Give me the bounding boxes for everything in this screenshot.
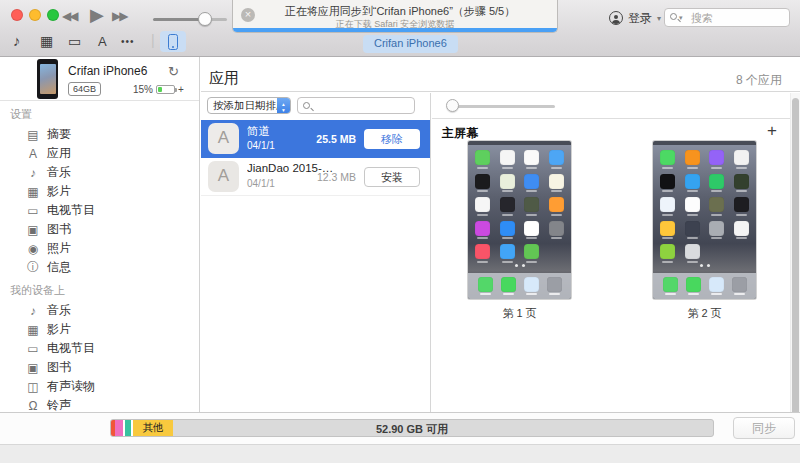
sidebar-item-label: 影片 <box>47 321 71 338</box>
device-capacity-badge: 64GB <box>68 82 101 96</box>
battery-icon <box>156 85 175 94</box>
sidebar-item-summary[interactable]: ▤摘要 <box>0 125 199 144</box>
sidebar-item-audiobooks[interactable]: ◫有声读物 <box>0 377 199 396</box>
app-action-button[interactable]: 安装 <box>364 167 420 187</box>
search-input[interactable] <box>691 10 786 25</box>
home-app-icon <box>549 150 564 165</box>
homescreen-preview[interactable] <box>653 141 756 299</box>
minimize-window-button[interactable] <box>29 9 41 21</box>
home-app-icon <box>524 174 539 189</box>
dock <box>653 273 756 299</box>
dock-app-icon <box>524 277 539 292</box>
app-date: 04/1/1 <box>247 140 275 151</box>
divider <box>432 118 790 119</box>
info-icon: ⓘ <box>26 259 40 276</box>
sort-dropdown[interactable]: 按添加日期排序 ▴▾ <box>207 97 291 114</box>
page-label: 第 2 页 <box>653 306 756 321</box>
books-icon: ▣ <box>26 361 40 375</box>
app-row[interactable]: AJianDao 2015-…04/1/112.3 MB安装 <box>201 158 430 196</box>
battery-fill <box>158 87 162 92</box>
sidebar-item-tv-shows[interactable]: ▭电视节目 <box>0 201 199 220</box>
page-title: 应用 <box>209 69 239 88</box>
app-list: A简道04/1/125.5 MB移除AJianDao 2015-…04/1/11… <box>201 120 430 196</box>
sidebar-item-tv-shows[interactable]: ▭电视节目 <box>0 339 199 358</box>
app-name: 简道 <box>247 124 270 139</box>
sidebar-item-label: 图书 <box>47 221 71 238</box>
play-button[interactable]: ▶ <box>90 4 104 26</box>
app-search-field[interactable] <box>297 97 415 114</box>
apps-library-icon[interactable]: A <box>98 34 107 49</box>
account-icon <box>609 11 623 25</box>
books-icon: ▣ <box>26 223 40 237</box>
sidebar-item-label: 图书 <box>47 359 71 376</box>
zoom-slider-track[interactable] <box>451 105 555 108</box>
dock-app-icon <box>686 277 701 292</box>
search-icon <box>670 13 677 20</box>
device-tab[interactable]: Crifan iPhone6 <box>363 35 458 53</box>
volume-slider-knob[interactable] <box>198 12 212 26</box>
volume-slider-track[interactable] <box>153 18 227 21</box>
home-app-icon <box>500 174 515 189</box>
sidebar-item-photos[interactable]: ◉照片 <box>0 239 199 258</box>
sidebar-item-movies[interactable]: ▦影片 <box>0 182 199 201</box>
close-window-button[interactable] <box>11 9 23 21</box>
login-label: 登录 <box>628 10 652 27</box>
tv-library-icon[interactable]: ▭ <box>68 33 81 49</box>
scrollbar-thumb[interactable] <box>792 98 799 428</box>
add-page-button[interactable]: + <box>767 121 777 141</box>
dock-app-icon <box>547 277 562 292</box>
sync-refresh-icon[interactable]: ↻ <box>168 64 179 79</box>
sidebar-item-label: 音乐 <box>47 164 71 181</box>
device-name: Crifan iPhone6 <box>68 64 147 78</box>
capacity-bar: 其他 52.90 GB 可用 <box>110 419 714 437</box>
summary-icon: ▤ <box>26 128 40 142</box>
sidebar-item-books[interactable]: ▣图书 <box>0 358 199 377</box>
sidebar-section-label: 我的设备上 <box>0 277 199 301</box>
app-search-input[interactable] <box>315 98 407 113</box>
iphone-icon <box>168 34 178 50</box>
home-screen-section-title: 主屏幕 <box>442 125 478 142</box>
iphone-device-button[interactable] <box>160 31 186 52</box>
app-action-button[interactable]: 移除 <box>364 129 420 149</box>
sidebar-item-music[interactable]: ♪音乐 <box>0 163 199 182</box>
home-app-icon <box>685 197 700 212</box>
home-app-icon <box>475 221 490 236</box>
app-row[interactable]: A简道04/1/125.5 MB移除 <box>201 120 430 158</box>
main-header: 应用 8 个应用 <box>201 57 800 92</box>
rewind-button[interactable]: ◀◀ <box>62 9 76 23</box>
tv-shows-icon: ▭ <box>26 342 40 356</box>
app-list-pane: 按添加日期排序 ▴▾ A简道04/1/125.5 MB移除AJianDao 20… <box>201 93 431 412</box>
sync-button[interactable]: 同步 <box>733 417 795 439</box>
sidebar: 设置▤摘要A应用♪音乐▦影片▭电视节目▣图书◉照片ⓘ信息我的设备上♪音乐▦影片▭… <box>0 101 199 415</box>
sidebar-item-movies[interactable]: ▦影片 <box>0 320 199 339</box>
search-scope-chevron-icon: ▾ <box>679 14 683 22</box>
sidebar-item-apps[interactable]: A应用 <box>0 144 199 163</box>
sidebar-item-music[interactable]: ♪音乐 <box>0 301 199 320</box>
home-app-icon <box>500 221 515 236</box>
zoom-window-button[interactable] <box>47 9 59 21</box>
movies-library-icon[interactable]: ▦ <box>40 33 53 49</box>
home-app-icon <box>549 221 564 236</box>
home-app-icon <box>475 150 490 165</box>
music-library-icon[interactable]: ♪ <box>13 32 21 49</box>
fast-forward-button[interactable]: ▶▶ <box>112 9 126 23</box>
search-icon <box>303 102 310 109</box>
dock-app-icon <box>709 277 724 292</box>
sidebar-item-label: 音乐 <box>47 302 71 319</box>
home-app-icon <box>685 221 700 236</box>
page-dots <box>653 253 756 271</box>
capacity-footer: 其他 52.90 GB 可用 同步 <box>0 412 800 444</box>
toolbar-search-field[interactable]: ▾ <box>664 8 790 27</box>
more-media-icon[interactable]: ••• <box>121 36 135 47</box>
sidebar-item-info[interactable]: ⓘ信息 <box>0 258 199 277</box>
scrollbar-track[interactable] <box>790 93 800 412</box>
homescreen-preview[interactable] <box>468 141 571 299</box>
home-screen-page: 第 2 页 <box>653 141 756 321</box>
sidebar-item-books[interactable]: ▣图书 <box>0 220 199 239</box>
zoom-slider-knob[interactable] <box>446 99 459 112</box>
home-app-icon <box>709 221 724 236</box>
page-label: 第 1 页 <box>468 306 571 321</box>
apps-icon: A <box>26 147 40 161</box>
ringtones-icon: Ω <box>26 399 40 413</box>
login-button[interactable]: 登录 ▾ <box>609 10 661 26</box>
